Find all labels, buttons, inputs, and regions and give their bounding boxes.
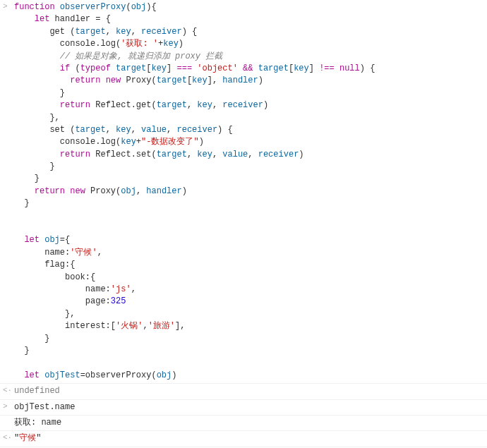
console-result: <·undefined bbox=[0, 384, 487, 399]
console-input: >function observerProxy(obj){ let handle… bbox=[0, 0, 487, 384]
input-marker: > bbox=[3, 1, 8, 13]
console-input: >objTest.name bbox=[0, 400, 487, 416]
code-line: objTest.name bbox=[14, 401, 487, 413]
code-line: function observerProxy(obj){ let handler… bbox=[14, 1, 487, 382]
code-line: 获取: name bbox=[14, 417, 487, 429]
output-marker: <· bbox=[3, 385, 12, 396]
code-line: undefined bbox=[14, 385, 487, 397]
code-line: "守候" bbox=[14, 432, 487, 444]
input-marker: > bbox=[3, 401, 8, 413]
output-marker: <· bbox=[3, 432, 12, 444]
console-output: >function observerProxy(obj){ let handle… bbox=[0, 0, 487, 448]
console-log: 获取: name bbox=[0, 416, 487, 431]
console-result: <·"守候" bbox=[0, 431, 487, 447]
